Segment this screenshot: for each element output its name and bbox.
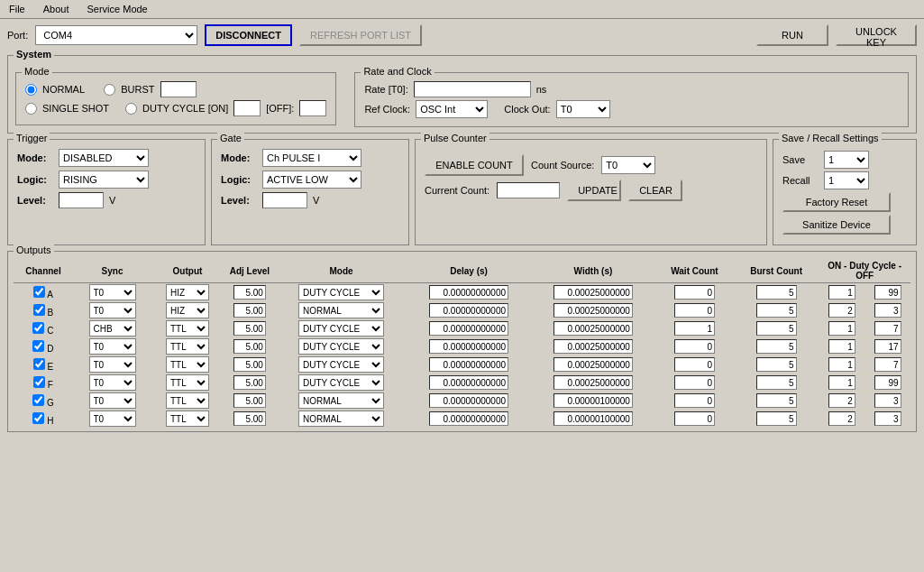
sync-select[interactable]: T0T1T2CHACHB xyxy=(89,392,136,409)
update-button[interactable]: UPDATE xyxy=(567,180,621,201)
burst-radio[interactable] xyxy=(104,84,115,96)
off-input[interactable] xyxy=(874,411,901,426)
width-input[interactable] xyxy=(553,303,633,318)
mode-select[interactable]: NORMALDUTY CYCLEBURSTSINGLE SHOT xyxy=(298,374,384,391)
output-select[interactable]: HIZTTLNIMLVTTLCMOSLVPECL xyxy=(166,411,209,427)
trigger-logic-select[interactable]: RISING FALLING xyxy=(59,171,149,189)
width-input[interactable] xyxy=(553,321,633,336)
duty-on-input[interactable]: 4 xyxy=(233,100,261,116)
burst-input[interactable]: 10 xyxy=(160,81,197,97)
output-select[interactable]: HIZTTLNIMLVTTLCMOSLVPECL xyxy=(166,338,209,355)
mode-select[interactable]: NORMALDUTY CYCLEBURSTSINGLE SHOT xyxy=(298,284,384,300)
burst-input[interactable] xyxy=(756,303,797,318)
adj-level-input[interactable] xyxy=(233,321,266,336)
gate-logic-select[interactable]: ACTIVE LOW ACTIVE HIGH xyxy=(262,171,361,189)
delay-input[interactable] xyxy=(429,339,508,354)
delay-input[interactable] xyxy=(429,285,508,300)
adj-level-input[interactable] xyxy=(233,339,266,354)
single-shot-radio[interactable] xyxy=(25,103,37,115)
sync-select[interactable]: T0T1T2CHACHB xyxy=(89,356,136,373)
wait-input[interactable] xyxy=(674,285,715,300)
wait-input[interactable] xyxy=(674,321,715,336)
duty-cycle-radio[interactable] xyxy=(125,103,137,115)
ch-checkbox[interactable] xyxy=(32,340,44,352)
off-input[interactable] xyxy=(874,321,901,336)
off-input[interactable] xyxy=(874,303,901,318)
save-select[interactable]: 1234 xyxy=(824,151,869,169)
recall-select[interactable]: 1234 xyxy=(824,171,869,189)
count-source-select[interactable]: T0 T1 T2 xyxy=(601,156,655,174)
on-input[interactable] xyxy=(828,303,855,318)
burst-input[interactable] xyxy=(756,339,797,354)
off-input[interactable] xyxy=(874,357,901,372)
width-input[interactable] xyxy=(553,339,633,354)
ch-checkbox[interactable] xyxy=(32,394,44,406)
output-select[interactable]: HIZTTLNIMLVTTLCMOSLVPECL xyxy=(166,374,209,391)
burst-input[interactable] xyxy=(756,357,797,372)
mode-select[interactable]: NORMALDUTY CYCLEBURSTSINGLE SHOT xyxy=(298,356,384,373)
trigger-mode-select[interactable]: DISABLED RISING FALLING xyxy=(59,149,149,167)
adj-level-input[interactable] xyxy=(233,357,266,372)
unlock-key-button[interactable]: UNLOCK KEY xyxy=(836,24,917,46)
burst-input[interactable] xyxy=(756,321,797,336)
on-input[interactable] xyxy=(828,357,855,372)
ch-checkbox[interactable] xyxy=(32,322,44,334)
ch-checkbox[interactable] xyxy=(33,304,45,316)
clock-out-select[interactable]: T0 T1 T2 xyxy=(556,100,610,118)
wait-input[interactable] xyxy=(674,357,715,372)
delay-input[interactable] xyxy=(429,393,508,408)
duty-off-input[interactable]: 2 xyxy=(299,100,326,116)
adj-level-input[interactable] xyxy=(233,411,266,426)
port-select[interactable]: COM4 xyxy=(35,25,197,45)
enable-count-button[interactable]: ENABLE COUNT xyxy=(425,154,524,176)
ref-clock-select[interactable]: OSC Int Ext xyxy=(416,100,488,118)
delay-input[interactable] xyxy=(429,321,508,336)
sync-select[interactable]: T0T1T2CHACHB xyxy=(89,284,136,300)
gate-level-input[interactable]: 1.00 xyxy=(262,192,307,208)
on-input[interactable] xyxy=(828,285,855,300)
on-input[interactable] xyxy=(828,411,855,426)
run-button[interactable]: RUN xyxy=(756,24,828,46)
adj-level-input[interactable] xyxy=(233,303,266,318)
output-select[interactable]: HIZTTLNIMLVTTLCMOSLVPECL xyxy=(166,284,209,300)
sync-select[interactable]: T0T1T2CHACHB xyxy=(89,302,136,318)
wait-input[interactable] xyxy=(674,411,715,426)
off-input[interactable] xyxy=(874,375,901,390)
sync-select[interactable]: T0T1T2CHACHB xyxy=(89,374,136,391)
output-select[interactable]: HIZTTLNIMLVTTLCMOSLVPECL xyxy=(166,356,209,373)
wait-input[interactable] xyxy=(674,303,715,318)
width-input[interactable] xyxy=(553,357,633,372)
delay-input[interactable] xyxy=(429,303,508,318)
on-input[interactable] xyxy=(828,375,855,390)
width-input[interactable] xyxy=(553,393,633,408)
width-input[interactable] xyxy=(553,375,633,390)
normal-radio[interactable] xyxy=(25,84,37,96)
wait-input[interactable] xyxy=(674,375,715,390)
sanitize-device-button[interactable]: Sanitize Device xyxy=(782,215,891,235)
mode-select[interactable]: NORMALDUTY CYCLEBURSTSINGLE SHOT xyxy=(298,411,384,427)
delay-input[interactable] xyxy=(429,375,508,390)
ch-checkbox[interactable] xyxy=(33,376,45,388)
on-input[interactable] xyxy=(828,321,855,336)
disconnect-button[interactable]: DISCONNECT xyxy=(205,24,292,46)
mode-select[interactable]: NORMALDUTY CYCLEBURSTSINGLE SHOT xyxy=(298,392,384,409)
adj-level-input[interactable] xyxy=(233,375,266,390)
ch-checkbox[interactable] xyxy=(33,286,45,298)
clear-button[interactable]: CLEAR xyxy=(628,180,682,201)
wait-input[interactable] xyxy=(674,339,715,354)
trigger-level-input[interactable]: 1.00 xyxy=(59,192,104,208)
sync-select[interactable]: T0T1T2CHACHB xyxy=(89,411,136,427)
width-input[interactable] xyxy=(553,285,633,300)
off-input[interactable] xyxy=(874,285,901,300)
wait-input[interactable] xyxy=(674,393,715,408)
output-select[interactable]: HIZTTLNIMLVTTLCMOSLVPECL xyxy=(166,320,209,337)
sync-select[interactable]: T0T1T2CHACHB xyxy=(89,320,136,337)
refresh-button[interactable]: REFRESH PORT LIST xyxy=(299,24,422,46)
menu-file[interactable]: File xyxy=(4,2,31,16)
mode-select[interactable]: NORMALDUTY CYCLEBURSTSINGLE SHOT xyxy=(298,320,384,337)
burst-input[interactable] xyxy=(756,393,797,408)
ch-checkbox[interactable] xyxy=(32,412,44,424)
factory-reset-button[interactable]: Factory Reset xyxy=(782,192,891,212)
output-select[interactable]: HIZTTLNIMLVTTLCMOSLVPECL xyxy=(166,302,209,318)
off-input[interactable] xyxy=(874,393,901,408)
